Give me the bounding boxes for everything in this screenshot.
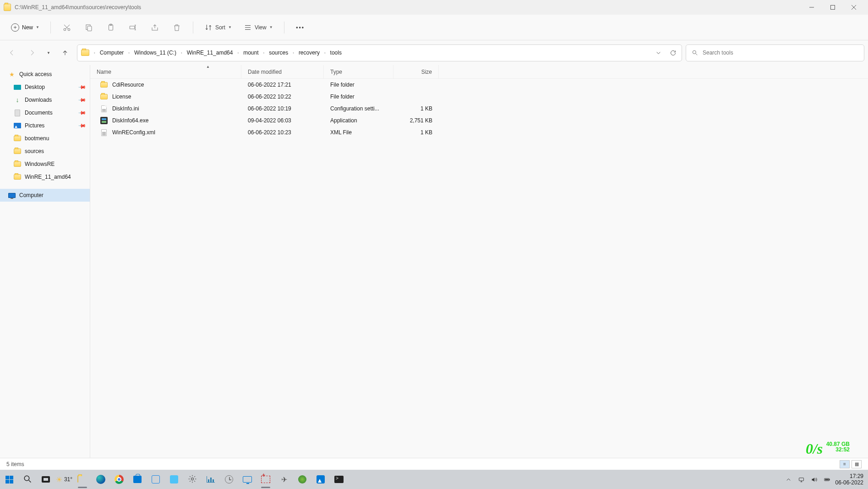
- separator: [284, 22, 284, 33]
- sidebar-label: WindowsRE: [25, 161, 55, 167]
- tray-battery[interactable]: [823, 475, 832, 484]
- file-row[interactable]: License 06-06-2022 10:22 File folder: [90, 91, 868, 103]
- up-button[interactable]: [57, 44, 73, 61]
- clock-time: 17:29: [835, 473, 863, 479]
- chevron-right-icon: ›: [128, 51, 130, 55]
- minimize-button[interactable]: [801, 0, 822, 15]
- taskbar-apps: ☀31° ✈: [3, 473, 345, 486]
- chevron-right-icon: ›: [181, 51, 182, 55]
- taskbar-terminal[interactable]: [333, 473, 345, 486]
- column-date[interactable]: Date modified: [241, 65, 324, 78]
- sidebar-item-windowsre[interactable]: WindowsRE: [0, 158, 90, 170]
- taskbar-clock[interactable]: 17:29 06-06-2022: [835, 473, 863, 486]
- sidebar-item-pictures[interactable]: Pictures 📌: [0, 119, 90, 132]
- close-button[interactable]: [843, 0, 864, 15]
- weather-widget[interactable]: ☀31°: [58, 473, 71, 486]
- sidebar-item-quick-access[interactable]: ★ Quick access: [0, 68, 90, 81]
- sidebar-item-downloads[interactable]: ↓ Downloads 📌: [0, 93, 90, 106]
- taskbar-store[interactable]: [131, 473, 144, 486]
- sidebar-item-desktop[interactable]: Desktop 📌: [0, 81, 90, 93]
- taskbar-edge[interactable]: [94, 473, 107, 486]
- file-name: CdiResource: [112, 82, 144, 88]
- breadcrumb-winre[interactable]: WinRE_11_amd64: [185, 48, 235, 58]
- more-button[interactable]: •••: [291, 19, 310, 36]
- search-input[interactable]: [703, 49, 858, 56]
- taskbar-explorer[interactable]: [76, 473, 89, 486]
- pictures-icon: [14, 123, 21, 128]
- taskbar-notes[interactable]: [168, 473, 180, 486]
- details-view-button[interactable]: ≡: [840, 460, 850, 468]
- back-button[interactable]: [4, 44, 20, 61]
- file-size: 2,751 KB: [393, 115, 439, 126]
- taskbar: ☀31° ✈ 17:29 06-06-2022: [0, 470, 868, 489]
- taskbar-snipping[interactable]: [259, 473, 272, 486]
- taskbar-timer[interactable]: [223, 473, 235, 486]
- sidebar-item-bootmenu[interactable]: bootmenu: [0, 132, 90, 145]
- rename-button[interactable]: [123, 19, 142, 36]
- column-size[interactable]: Size: [393, 65, 439, 78]
- taskbar-photos[interactable]: [314, 473, 327, 486]
- refresh-button[interactable]: [668, 48, 678, 58]
- cut-button[interactable]: [57, 19, 76, 36]
- file-row[interactable]: DiskInfo.ini 06-06-2022 10:19 Configurat…: [90, 103, 868, 115]
- thumbnails-view-button[interactable]: ▦: [852, 460, 862, 468]
- column-name[interactable]: Name ▲: [90, 65, 241, 78]
- file-row[interactable]: DiskInfo64.exe 09-04-2022 06:03 Applicat…: [90, 115, 868, 126]
- taskbar-chrome[interactable]: [113, 473, 126, 486]
- tray-volume[interactable]: [810, 475, 819, 484]
- sidebar-item-winre11[interactable]: WinRE_11_amd64: [0, 170, 90, 183]
- net-rate: 0/s: [806, 440, 823, 457]
- sidebar-item-documents[interactable]: Documents 📌: [0, 106, 90, 119]
- share-button[interactable]: [145, 19, 164, 36]
- sidebar-label: Desktop: [25, 84, 45, 90]
- delete-button[interactable]: [167, 19, 186, 36]
- search-button[interactable]: [21, 473, 34, 486]
- sidebar-item-sources[interactable]: sources: [0, 145, 90, 158]
- taskbar-monitor[interactable]: [241, 473, 254, 486]
- taskbar-app2[interactable]: ✈: [278, 473, 290, 486]
- svg-rect-10: [799, 478, 804, 480]
- net-monitor-overlay: 0/s 40.87 GB 32:52: [806, 441, 850, 456]
- breadcrumb-tools[interactable]: tools: [328, 48, 344, 58]
- history-dropdown[interactable]: ▼: [44, 51, 53, 55]
- taskview-icon: [42, 476, 50, 483]
- svg-rect-0: [831, 5, 835, 10]
- file-row[interactable]: CdiResource 06-06-2022 17:21 File folder: [90, 79, 868, 91]
- view-toggles: ≡ ▦: [840, 460, 862, 468]
- sort-button[interactable]: Sort ▼: [200, 19, 236, 36]
- file-type: Configuration setti...: [324, 103, 393, 115]
- address-bar[interactable]: › Computer › Windows_11 (C:) › WinRE_11_…: [77, 44, 682, 61]
- file-row[interactable]: WinREConfig.xml 06-06-2022 10:23 XML Fil…: [90, 126, 868, 138]
- copy-button[interactable]: [79, 19, 98, 36]
- column-headers: Name ▲ Date modified Type Size: [90, 65, 868, 79]
- tray-network[interactable]: [797, 475, 806, 484]
- search-box[interactable]: [686, 44, 864, 61]
- taskbar-perfmon[interactable]: [204, 473, 217, 486]
- sidebar-item-computer[interactable]: Computer: [0, 189, 90, 202]
- taskbar-app[interactable]: [149, 473, 162, 486]
- folder-icon: [14, 174, 21, 180]
- breadcrumb-computer[interactable]: Computer: [98, 48, 126, 58]
- breadcrumb-mount[interactable]: mount: [241, 48, 260, 58]
- edge-icon: [96, 475, 105, 484]
- taskbar-idm[interactable]: [296, 473, 309, 486]
- chevron-right-icon: ›: [94, 51, 95, 55]
- star-icon: ★: [8, 71, 16, 78]
- file-type: XML File: [324, 126, 393, 138]
- sidebar-label: Computer: [19, 192, 44, 198]
- breadcrumb-drive[interactable]: Windows_11 (C:): [132, 48, 178, 58]
- breadcrumb-recovery[interactable]: recovery: [297, 48, 322, 58]
- column-type[interactable]: Type: [324, 65, 393, 78]
- paste-button[interactable]: [101, 19, 120, 36]
- start-button[interactable]: [3, 473, 16, 486]
- forward-button[interactable]: [24, 44, 40, 61]
- taskbar-settings[interactable]: [186, 473, 199, 486]
- new-button[interactable]: New ▼: [6, 21, 44, 34]
- breadcrumb-sources[interactable]: sources: [267, 48, 290, 58]
- maximize-button[interactable]: [822, 0, 843, 15]
- tray-chevron[interactable]: [784, 475, 793, 484]
- task-view-button[interactable]: [39, 473, 52, 486]
- address-dropdown[interactable]: [653, 48, 663, 58]
- chart-icon: [207, 476, 215, 483]
- view-button[interactable]: View ▼: [239, 19, 278, 36]
